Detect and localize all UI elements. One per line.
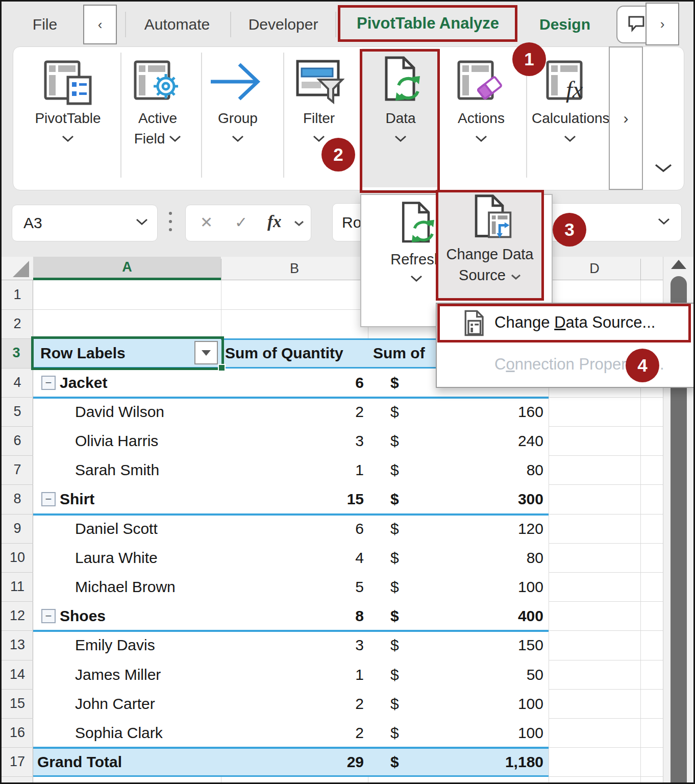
row-header-10[interactable]: 10 [2,543,33,572]
pivot-header-sum-of-amount[interactable]: Sum of [373,338,425,368]
pivot-row-amount[interactable]: 100 [379,689,543,718]
fx-chevron-icon[interactable] [294,219,304,229]
pivot-row-label[interactable]: Shirt [60,484,94,513]
column-header-B[interactable]: B [221,257,368,280]
pivot-row-label[interactable]: John Carter [75,689,155,718]
pivot-row-label[interactable]: Michael Brown [75,572,176,601]
pivot-row-label[interactable]: James Miller [75,660,161,689]
row-header-9[interactable]: 9 [2,514,33,543]
pivot-row-label[interactable]: Emily Davis [75,630,155,659]
collapse-button[interactable]: − [41,609,56,623]
enter-icon[interactable]: ✓ [235,213,247,231]
pivot-row-label[interactable]: Shoes [60,601,106,630]
name-box[interactable]: A3 [12,205,158,241]
pivot-row-amount[interactable]: 100 [379,718,543,747]
ribbon-calculations-button[interactable]: fxCalculations [532,48,608,187]
pivot-header-sum-of-quantity[interactable]: Sum of Quantity [225,338,343,368]
row-header-13[interactable]: 13 [2,630,33,659]
ribbon-actions-button[interactable]: Actions [443,48,519,187]
data-chevron-icon [362,131,439,146]
pivot-row-amount[interactable]: 120 [379,514,543,543]
pivot-row-quantity[interactable]: 2 [221,718,364,747]
row-header-divider [2,776,33,777]
pivot-row-quantity[interactable]: 8 [221,601,364,630]
pivot-row-label[interactable]: Sophia Clark [75,718,163,747]
insert-function-icon[interactable]: fx [267,212,282,231]
row-header-5[interactable]: 5 [2,397,33,426]
pivot-row-quantity[interactable]: 4 [221,543,364,572]
row-header-18[interactable]: 18 [2,776,33,784]
pivot-row-amount[interactable]: 150 [379,630,543,659]
collapse-button[interactable]: − [41,376,56,390]
pivot-row-amount[interactable]: 240 [379,426,543,455]
scrollbar-up-arrow[interactable] [671,260,686,269]
actions-chevron-icon [443,131,519,146]
gridline [549,426,663,427]
pivot-row-label[interactable]: Grand Total [37,747,122,776]
row-header-16[interactable]: 16 [2,718,33,747]
pivot-row-quantity[interactable]: 29 [221,747,364,776]
row-header-15[interactable]: 15 [2,689,33,718]
tab-file[interactable]: File [22,6,68,43]
column-header-D[interactable]: D [549,257,640,280]
tab-design[interactable]: Design [530,6,600,43]
pivot-row-label[interactable]: Olivia Harris [75,426,158,455]
select-all-corner[interactable] [2,257,33,280]
row-header-4[interactable]: 4 [2,368,33,397]
pivot-row-label[interactable]: David Wilson [75,397,164,426]
pivot-row-quantity[interactable]: 6 [221,514,364,543]
tab-pivottable-analyze[interactable]: PivotTable Analyze [339,6,517,41]
submenu-item-change-data-source[interactable]: Change Data Source... [439,305,691,341]
pivot-row-quantity[interactable]: 6 [221,368,364,397]
ribbon-active-field-button[interactable]: ActiveField [119,48,196,187]
row-header-11[interactable]: 11 [2,572,33,601]
name-box-chevron-icon[interactable] [136,218,148,228]
pivot-row-amount[interactable]: 1,180 [379,747,543,776]
gridline [549,660,663,660]
pivot-row-quantity[interactable]: 3 [221,630,364,659]
row-header-14[interactable]: 14 [2,660,33,689]
tab-automate[interactable]: Automate [133,6,221,43]
pivot-row-quantity[interactable]: 15 [221,484,364,513]
ribbon-pivottable-button[interactable]: PivotTable [30,48,106,187]
row-header-2[interactable]: 2 [2,309,33,338]
row-header-17[interactable]: 17 [2,747,33,776]
pivot-row-amount[interactable]: 400 [379,601,543,630]
ribbon-more-button[interactable]: › [646,3,679,45]
ribbon-data-button[interactable]: Data [362,48,439,187]
row-header-12[interactable]: 12 [2,601,33,630]
pivot-row-quantity[interactable]: 2 [221,397,364,426]
row-header-7[interactable]: 7 [2,455,33,484]
tab-developer[interactable]: Developer [237,6,329,43]
row-header-1[interactable]: 1 [2,280,33,309]
column-header-A[interactable]: A [33,257,221,280]
pivot-row-label[interactable]: Daniel Scott [75,514,158,543]
row-header-8[interactable]: 8 [2,484,33,513]
menu-item-change-data-source[interactable]: Change Data Source [437,191,543,300]
pivot-row-quantity[interactable]: 3 [221,426,364,455]
pivot-row-label[interactable]: Sarah Smith [75,455,159,484]
row-header-divider [2,309,33,310]
pivot-row-label[interactable]: Jacket [60,368,107,397]
formula-bar-grip[interactable] [169,212,172,231]
pivot-row-quantity[interactable]: 2 [221,689,364,718]
pivot-row-amount[interactable]: 80 [379,455,543,484]
pivot-row-quantity[interactable]: 5 [221,572,364,601]
pivot-row-label[interactable]: Laura White [75,543,158,572]
ribbon-overflow-button[interactable]: › [609,46,643,190]
pivot-row-amount[interactable]: 160 [379,397,543,426]
ribbon-back-button[interactable]: ‹ [83,5,117,44]
cancel-icon[interactable]: ✕ [200,213,213,231]
row-header-3[interactable]: 3 [2,338,33,368]
pivot-row-amount[interactable]: 300 [379,484,543,513]
formula-expand-chevron-icon[interactable] [658,218,670,227]
pivot-row-quantity[interactable]: 1 [221,455,364,484]
row-header-6[interactable]: 6 [2,426,33,455]
ribbon-group-button[interactable]: Group [200,48,276,187]
collapse-ribbon-chevron-icon[interactable] [655,164,672,175]
pivot-row-quantity[interactable]: 1 [221,660,364,689]
collapse-button[interactable]: − [41,492,56,506]
pivot-row-amount[interactable]: 50 [379,660,543,689]
pivot-row-amount[interactable]: 100 [379,572,543,601]
pivot-row-amount[interactable]: 80 [379,543,543,572]
